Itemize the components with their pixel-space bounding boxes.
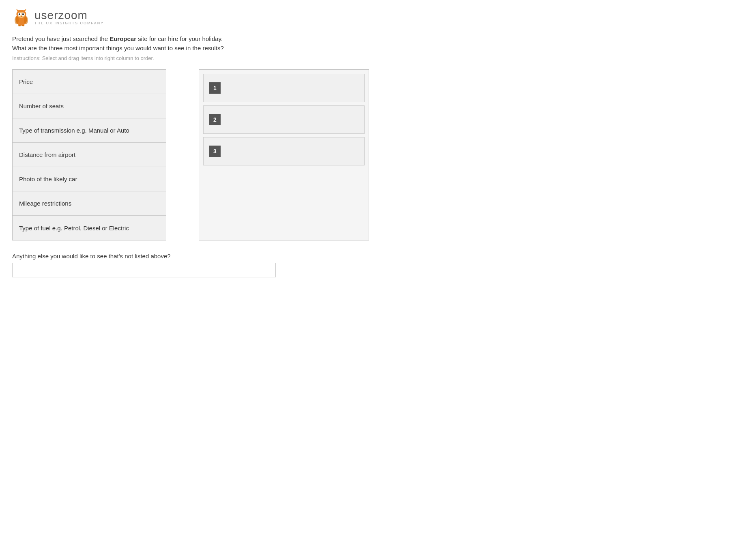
slot-number-2: 2 [209, 114, 221, 125]
svg-point-8 [22, 13, 24, 15]
drop-slot-1[interactable]: 1 [203, 74, 365, 102]
drop-slot-3[interactable]: 3 [203, 137, 365, 165]
svg-point-12 [15, 16, 19, 24]
brand-name: Europcar [110, 35, 136, 42]
svg-point-10 [23, 14, 24, 14]
drag-item-price[interactable]: Price [13, 70, 166, 94]
logo-area: userzoom THE UX INSIGHTS COMPANY [12, 8, 718, 26]
drag-item-distance-from-airport[interactable]: Distance from airport [13, 143, 166, 167]
drag-item-type-of-fuel[interactable]: Type of fuel e.g. Petrol, Diesel or Elec… [13, 216, 166, 240]
svg-point-7 [19, 13, 20, 15]
logo-main-text: userzoom [34, 10, 104, 21]
question-text: Pretend you have just searched the Europ… [12, 34, 718, 53]
slot-number-1: 1 [209, 82, 221, 94]
anything-else-section: Anything else you would like to see that… [12, 253, 718, 277]
drop-slot-2[interactable]: 2 [203, 105, 365, 134]
anything-else-input[interactable] [12, 263, 276, 277]
owl-logo-icon [12, 8, 30, 26]
drag-item-photo-of-car[interactable]: Photo of the likely car [13, 167, 166, 191]
drag-item-transmission[interactable]: Type of transmission e.g. Manual or Auto [13, 118, 166, 143]
left-column: Price Number of seats Type of transmissi… [12, 69, 166, 240]
svg-point-13 [24, 16, 28, 24]
question-before-brand: Pretend you have just searched the [12, 35, 110, 42]
instructions-text: Instructions: Select and drag items into… [12, 55, 718, 61]
drag-item-number-of-seats[interactable]: Number of seats [13, 94, 166, 118]
svg-point-9 [19, 14, 20, 14]
drag-item-mileage-restrictions[interactable]: Mileage restrictions [13, 191, 166, 216]
anything-else-label: Anything else you would like to see that… [12, 253, 718, 260]
logo-sub-text: THE UX INSIGHTS COMPANY [34, 21, 104, 25]
columns-container: Price Number of seats Type of transmissi… [12, 69, 718, 240]
right-column[interactable]: 1 2 3 [199, 69, 369, 240]
logo-text: userzoom THE UX INSIGHTS COMPANY [34, 10, 104, 25]
slot-number-3: 3 [209, 146, 221, 157]
